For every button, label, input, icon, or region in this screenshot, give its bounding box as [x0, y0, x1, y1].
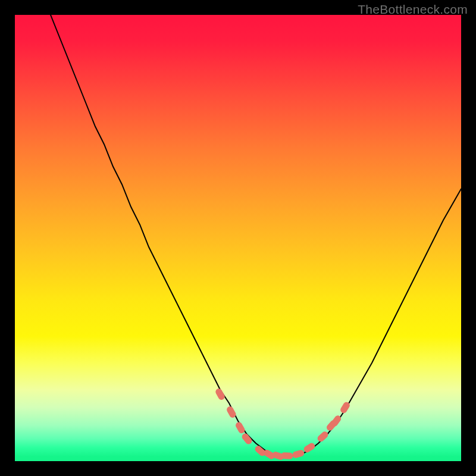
curve-markers: [214, 387, 351, 461]
chart-frame: TheBottleneck.com: [0, 0, 476, 476]
curve-marker: [303, 442, 317, 454]
curve-marker: [214, 387, 226, 401]
bottleneck-curve: [51, 15, 461, 456]
curve-marker: [292, 449, 305, 459]
watermark-text: TheBottleneck.com: [358, 2, 468, 17]
curve-marker: [316, 430, 329, 443]
curve-marker: [281, 452, 293, 459]
curve-marker: [234, 421, 246, 434]
curve-layer: [15, 15, 461, 461]
plot-area: [15, 15, 461, 461]
